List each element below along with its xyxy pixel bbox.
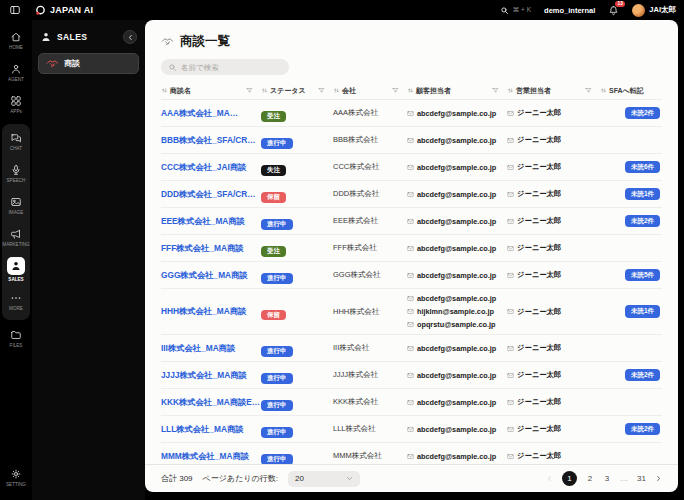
column-header-content: 会社 [333,86,356,96]
deal-name-link[interactable]: DDD株式会社_SFA/CR… [161,189,261,200]
deal-name-link[interactable]: FFF株式会社_MA商談 [161,243,261,254]
status-cell: 進行中 [261,266,333,284]
sort-icon [600,87,607,94]
page-button-31[interactable]: 31 [637,474,646,483]
rail-item-image[interactable]: IMAGE [1,190,31,222]
workspace-name[interactable]: demo_internal [544,6,595,15]
sales-rep-name: ジーニー太郎 [517,135,561,145]
status-cell: 保留 [261,185,333,203]
mail-icon [407,164,414,171]
sales-rep-cell: ジーニー太郎 [507,370,600,380]
sidebar-item-deals[interactable]: 商談 [38,53,139,74]
rail-item-more[interactable]: MORE [1,286,31,318]
status-cell: 失注 [261,158,333,176]
previous-page-button[interactable] [546,475,553,482]
table-row: CCC株式会社_JAI商談失注CCC株式会社abcdefg@sample.co.… [161,154,662,181]
next-page-button[interactable] [655,475,662,482]
contact-line: abcdefg@sample.co.jp [407,109,507,118]
table-footer: 合計 309 ページあたりの行数: 20 123…31 [145,464,678,492]
sfa-unread-button[interactable]: 未読1件 [625,188,660,201]
contact-email: abcdefg@sample.co.jp [417,425,496,434]
deal-name-link[interactable]: GGG株式会社_MA商談 [161,270,261,281]
global-search-button[interactable]: ⌘ + K [500,6,531,15]
sfa-unread-button[interactable]: 未読2件 [625,215,660,228]
table-row: LLL株式会社_MA商談進行中LLL株式会社abcdefg@sample.co.… [161,416,662,443]
deal-name-link[interactable]: BBB株式会社_SFA/CR… [161,135,261,146]
rail-item-speech[interactable]: SPEECH [1,158,31,190]
customer-contacts: abcdefg@sample.co.jphijklmn@sample.co.jp… [407,289,507,334]
sfa-unread-button[interactable]: 未読1件 [625,305,660,318]
status-badge: 進行中 [261,219,293,230]
page-button-3[interactable]: 3 [603,474,611,483]
deal-name-link[interactable]: CCC株式会社_JAI商談 [161,162,261,173]
status-badge: 進行中 [261,373,293,384]
company-name: BBB株式会社 [333,135,407,145]
column-label: SFAへ転記 [609,86,644,96]
mail-icon [407,191,414,198]
company-name: CCC株式会社 [333,162,407,172]
gear-icon [10,468,22,480]
page-title: 商談一覧 [180,33,230,50]
chat-icon [10,132,22,144]
avatar [632,4,645,17]
rail-item-apps[interactable]: APPs [1,89,31,121]
deal-name-link[interactable]: EEE株式会社_MA商談 [161,216,261,227]
deal-name-link[interactable]: MMM株式会社_MA商談 [161,451,261,462]
table-row: AAA株式会社_MA…受注AAA株式会社abcdefg@sample.co.jp… [161,100,662,127]
rail-item-label: HOME [9,45,23,50]
rail-item-label: FILES [10,343,23,348]
rail-item-agent[interactable]: AGENT [1,57,31,89]
mail-icon [507,399,514,406]
customer-contacts: abcdefg@sample.co.jp [407,447,507,465]
sfa-unread-button[interactable]: 未読2件 [625,369,660,382]
filter-icon [392,87,399,94]
page-button-2[interactable]: 2 [586,474,594,483]
rail-item-label: SPEECH [7,178,26,183]
status-cell: 進行中 [261,339,333,357]
contact-line: abcdefg@sample.co.jp [407,294,507,303]
contact-email: hijklmn@sample.co.jp [417,307,494,316]
main-panel: 商談一覧 商談名ステータス会社顧客担当者営業担当者SFAへ転記 AAA株式会社_… [145,20,678,492]
rail-item-marketing[interactable]: MARKETING [1,222,31,254]
column-header-content: 顧客担当者 [407,86,451,96]
rail-item-files[interactable]: FILES [1,323,31,355]
deal-name-link[interactable]: KKK株式会社_MA商談E… [161,397,261,408]
topbar: JAPAN AI ⌘ + K demo_internal 13 JAI太郎 [0,0,684,20]
contact-email: abcdefg@sample.co.jp [417,398,496,407]
sort-icon [161,87,168,94]
status-cell: 進行中 [261,420,333,438]
rail-item-home[interactable]: HOME [1,25,31,57]
handshake-icon [161,35,174,48]
sfa-unread-button[interactable]: 未読2件 [625,423,660,436]
sfa-cell: 未読2件 [600,215,662,228]
user-menu[interactable]: JAI太郎 [632,4,676,17]
mail-icon [507,453,514,460]
contact-line: abcdefg@sample.co.jp [407,136,507,145]
deal-name-link[interactable]: III株式会社_MA商談 [161,343,261,354]
search-input[interactable] [181,63,282,72]
rows-per-page-select[interactable]: 20 [288,471,360,487]
customer-contacts: abcdefg@sample.co.jp [407,104,507,123]
deal-name-link[interactable]: JJJJ株式会社_MA商談 [161,370,261,381]
notifications-button[interactable]: 13 [608,5,619,16]
contact-line: opqrstu@sample.co.jp [407,320,507,329]
deal-name-link[interactable]: HHH株式会社_MA商談 [161,306,261,317]
customer-contacts: abcdefg@sample.co.jp [407,131,507,150]
sfa-unread-button[interactable]: 未読2件 [625,107,660,120]
sidebar-toggle-icon[interactable] [9,4,21,16]
sfa-unread-button[interactable]: 未読5件 [625,269,660,282]
sfa-unread-button[interactable]: 未読6件 [625,161,660,174]
status-badge: 保留 [261,310,286,321]
deal-name-link[interactable]: AAA株式会社_MA… [161,108,261,119]
sidebar-collapse-button[interactable] [123,30,137,44]
rail-section-mid: FILES [1,323,31,355]
mail-icon [507,272,514,279]
rail-item-setting[interactable]: SETTING [1,462,31,494]
mail-icon [507,191,514,198]
rail-item-sales[interactable]: SALES [1,254,31,286]
deal-name-link[interactable]: LLL株式会社_MA商談 [161,424,261,435]
sales-rep-cell: ジーニー太郎 [507,216,600,226]
customer-contacts: abcdefg@sample.co.jp [407,185,507,204]
sales-rep-cell: ジーニー太郎 [507,451,600,461]
rail-item-chat[interactable]: CHAT [1,126,31,158]
